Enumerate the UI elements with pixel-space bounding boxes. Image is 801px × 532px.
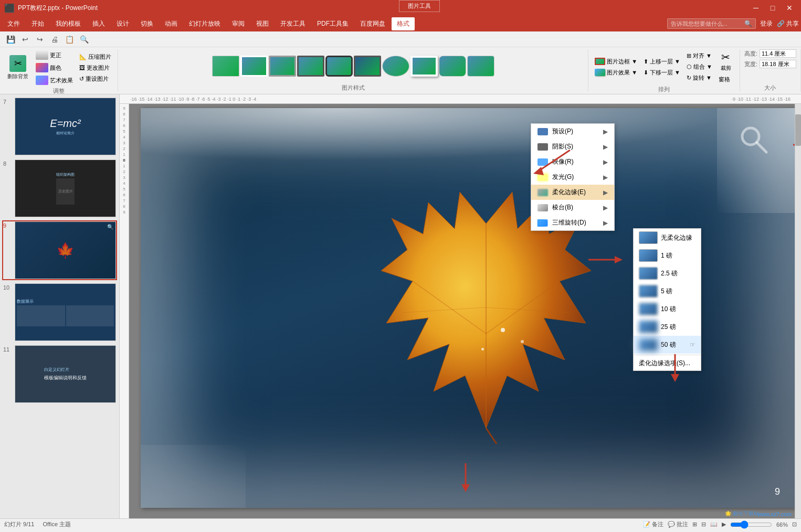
crop-btn[interactable]: ✂ 裁剪 xyxy=(716,49,735,73)
menu-view[interactable]: 视图 xyxy=(251,17,274,30)
red-arrow-to-submenu xyxy=(586,252,628,269)
login-btn[interactable]: 登录 xyxy=(760,19,773,28)
img-style-8[interactable] xyxy=(410,56,438,77)
vertical-scrollbar[interactable] xyxy=(795,104,801,518)
menu-format[interactable]: 格式 xyxy=(392,17,415,30)
arrange-label: 排列 xyxy=(658,86,670,93)
picture-effect-btn[interactable]: 图片效果 ▼ xyxy=(593,68,639,78)
img-style-6[interactable] xyxy=(354,56,381,77)
notes-btn[interactable]: 📝 备注 xyxy=(643,520,663,528)
window-title: PPT教程2.pptx - PowerPoint xyxy=(18,4,98,13)
menu-slideshow[interactable]: 幻灯片放映 xyxy=(184,17,226,30)
print-btn[interactable]: 🖨 xyxy=(48,33,61,46)
svg-line-7 xyxy=(757,143,766,152)
feather-1-preview xyxy=(639,249,658,262)
feather-50[interactable]: 50 磅 ☞ xyxy=(634,336,701,354)
img-style-1[interactable] xyxy=(212,56,239,77)
slide-count: 幻灯片 9/11 xyxy=(4,520,34,528)
minimize-button[interactable]: ─ xyxy=(749,3,763,13)
svg-marker-17 xyxy=(615,256,623,263)
menu-mytemplate[interactable]: 我的模板 xyxy=(50,17,86,30)
feather-25[interactable]: 25 磅 xyxy=(634,318,701,336)
width-input[interactable] xyxy=(760,60,796,68)
slide-thumb-8[interactable]: 8 组织架构图 历史图片 xyxy=(2,158,117,218)
img-style-3[interactable] xyxy=(269,56,296,77)
search-input[interactable] xyxy=(671,20,744,27)
close-button[interactable]: ✕ xyxy=(782,3,797,13)
menu-review[interactable]: 审阅 xyxy=(227,17,250,30)
feather-2_5-preview xyxy=(639,267,658,280)
img-style-10[interactable] xyxy=(467,56,494,77)
feather-2_5[interactable]: 2.5 磅 xyxy=(634,264,701,282)
feather-5[interactable]: 5 磅 xyxy=(634,282,701,300)
slide-thumb-7[interactable]: 7 E=mc² 相对论简介 xyxy=(2,97,117,156)
menu-insert[interactable]: 插入 xyxy=(87,17,110,30)
search-box[interactable]: 🔍 xyxy=(667,18,756,29)
group-btn[interactable]: ⬡组合 ▼ xyxy=(684,62,714,72)
feather-edges-submenu: 无柔化边缘 1 磅 2.5 磅 5 磅 10 磅 25 磅 xyxy=(633,228,701,371)
slide-thumb-10[interactable]: 10 数据展示 xyxy=(2,282,117,342)
menu-animation[interactable]: 动画 xyxy=(160,17,183,30)
move-up-btn[interactable]: ⬆上移一层 ▼ xyxy=(641,57,682,67)
height-input[interactable] xyxy=(760,49,796,58)
feather-1[interactable]: 1 磅 xyxy=(634,247,701,264)
move-down-btn[interactable]: ⬇下移一层 ▼ xyxy=(641,68,682,78)
ctx-bevel-icon xyxy=(537,204,548,211)
fit-btn[interactable]: ⊡ xyxy=(792,521,797,528)
copy-btn[interactable]: 📋 xyxy=(63,33,76,46)
view-slideshow[interactable]: ▶ xyxy=(722,521,726,528)
feather-10[interactable]: 10 磅 xyxy=(634,300,701,318)
menu-start[interactable]: 开始 xyxy=(26,17,49,30)
view-normal[interactable]: ⊞ xyxy=(692,521,697,528)
slide-thumb-11[interactable]: 11 白定义幻灯片 模板编辑说明和反馈 xyxy=(2,344,117,404)
menu-design[interactable]: 设计 xyxy=(111,17,134,30)
window-controls[interactable]: ─ □ ✕ xyxy=(749,3,797,13)
rotate-btn[interactable]: ↻旋转 ▼ xyxy=(684,73,714,83)
ctx-bevel[interactable]: 棱台(B) ▶ xyxy=(531,200,614,215)
slide-thumb-9[interactable]: 9 🍁 🔍 xyxy=(2,220,117,280)
width-label: 宽度: xyxy=(744,60,757,68)
zoom-level: 66% xyxy=(776,522,788,528)
img-style-4[interactable] xyxy=(297,56,324,77)
color-btn[interactable]: 颜色 xyxy=(34,62,75,73)
menu-transition[interactable]: 切换 xyxy=(135,17,159,30)
img-style-5[interactable] xyxy=(325,56,353,77)
ruler-vertical: 987654321 0 123456789 xyxy=(120,104,129,518)
ctx-3d-icon xyxy=(537,219,548,227)
ctx-preset[interactable]: 预设(P) ▶ xyxy=(531,124,614,139)
scrollbar-thumb[interactable] xyxy=(795,114,801,146)
picture-border-btn[interactable]: 图片边框 ▼ xyxy=(593,57,639,67)
undo-btn[interactable]: ↩ xyxy=(19,33,31,46)
pane-btn[interactable]: 窗格 xyxy=(716,75,735,84)
align-btn[interactable]: ⊞对齐 ▼ xyxy=(684,51,714,61)
ribbon: ✂ 删除背景 更正 颜色 艺术效果 📐压缩图片 xyxy=(0,47,801,94)
img-style-2[interactable] xyxy=(240,56,268,77)
ctx-feather[interactable]: 柔化边缘(E) ▶ xyxy=(531,185,614,200)
reset-pic-btn[interactable]: ↺重设图片 xyxy=(77,74,113,84)
search-icon: 🔍 xyxy=(744,20,752,27)
ribbon-group-styles: 图片样式 xyxy=(118,49,588,92)
save-btn[interactable]: 💾 xyxy=(4,33,17,46)
menu-file[interactable]: 文件 xyxy=(2,17,25,30)
zoom-btn[interactable]: 🔍 xyxy=(78,33,90,46)
img-style-9[interactable] xyxy=(439,56,466,77)
change-pic-btn[interactable]: 🖼更改图片 xyxy=(77,63,113,73)
share-btn[interactable]: 🔗 共享 xyxy=(777,19,799,28)
feather-0[interactable]: 无柔化边缘 xyxy=(634,229,701,247)
menu-baidu[interactable]: 百度网盘 xyxy=(355,17,391,30)
redo-btn[interactable]: ↪ xyxy=(34,33,46,46)
corrections-btn[interactable]: 更正 xyxy=(34,49,75,61)
menu-pdf[interactable]: PDF工具集 xyxy=(312,17,354,30)
compress-btn[interactable]: 📐压缩图片 xyxy=(77,52,113,62)
maximize-button[interactable]: □ xyxy=(765,3,780,13)
art-effect-btn[interactable]: 艺术效果 xyxy=(34,75,75,86)
view-reading[interactable]: 📖 xyxy=(710,521,718,528)
menu-devtools[interactable]: 开发工具 xyxy=(275,17,311,30)
img-style-7[interactable] xyxy=(382,56,409,77)
remove-bg-btn[interactable]: ✂ 删除背景 xyxy=(4,54,31,82)
ctx-3d-rotation[interactable]: 三维旋转(D) ▶ xyxy=(531,215,614,230)
zoom-slider[interactable] xyxy=(730,520,772,529)
ribbon-group-size: 高度: 宽度: 大小 xyxy=(740,49,801,92)
comments-btn[interactable]: 💬 批注 xyxy=(668,520,688,528)
view-sorter[interactable]: ⊟ xyxy=(701,521,706,528)
